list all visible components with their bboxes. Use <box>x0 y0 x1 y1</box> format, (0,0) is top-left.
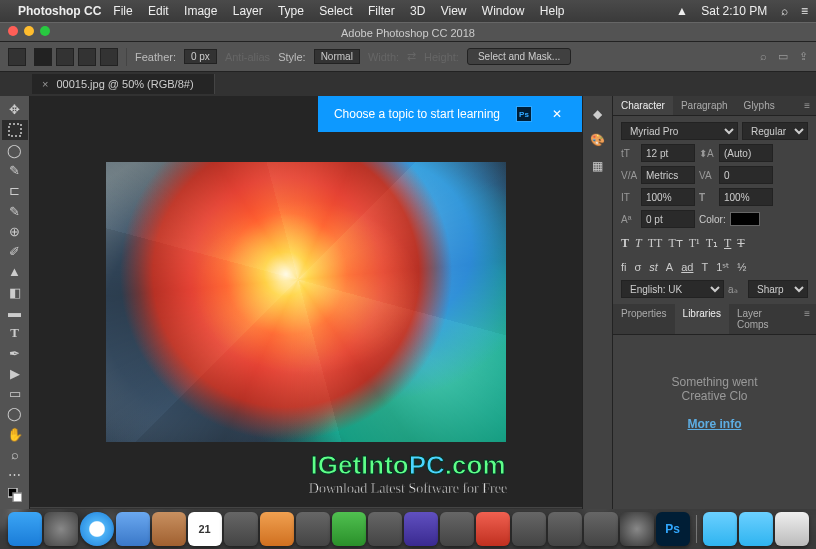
healing-tool[interactable]: ⊕ <box>2 222 28 241</box>
feather-input[interactable]: 0 px <box>184 49 217 64</box>
clock[interactable]: Sat 2:10 PM <box>701 4 767 18</box>
dock-app-icon[interactable] <box>512 512 546 546</box>
tab-paragraph[interactable]: Paragraph <box>673 96 736 115</box>
eraser-tool[interactable]: ◧ <box>2 283 28 302</box>
subscript-button[interactable]: T₁ <box>706 236 718 251</box>
menu-3d[interactable]: 3D <box>410 4 425 18</box>
workspace-icon[interactable]: ▭ <box>778 50 788 62</box>
document-tab[interactable]: × 00015.jpg @ 50% (RGB/8#) <box>32 74 215 94</box>
tab-libraries[interactable]: Libraries <box>675 304 729 334</box>
dock-app-icon[interactable] <box>296 512 330 546</box>
menu-filter[interactable]: Filter <box>368 4 395 18</box>
tab-properties[interactable]: Properties <box>613 304 675 334</box>
close-window-icon[interactable] <box>8 26 18 36</box>
dock-trash-icon[interactable] <box>775 512 809 546</box>
dock-app-icon[interactable] <box>440 512 474 546</box>
swash-button[interactable]: A <box>666 261 673 274</box>
marquee-tool[interactable] <box>2 120 28 139</box>
menu-layer[interactable]: Layer <box>233 4 263 18</box>
smallcaps-button[interactable]: Tᴛ <box>668 236 682 251</box>
dock-calendar-icon[interactable]: 21 <box>188 512 222 546</box>
menu-edit[interactable]: Edit <box>148 4 169 18</box>
zoom-window-icon[interactable] <box>40 26 50 36</box>
rectangle-tool[interactable]: ▭ <box>2 384 28 403</box>
menu-image[interactable]: Image <box>184 4 217 18</box>
color-swatches[interactable] <box>2 485 28 504</box>
allcaps-button[interactable]: TT <box>648 236 663 251</box>
panel-menu-icon[interactable]: ≡ <box>798 96 816 115</box>
ellipse-tool[interactable]: ◯ <box>2 404 28 423</box>
contextual-alt-button[interactable]: σ <box>635 261 642 274</box>
notifications-icon[interactable]: ≡ <box>801 4 808 18</box>
stamp-tool[interactable]: ▲ <box>2 262 28 281</box>
more-info-link[interactable]: More info <box>623 417 806 431</box>
color-panel-icon[interactable]: 🎨 <box>588 130 608 150</box>
ligatures-button[interactable]: fi <box>621 261 627 274</box>
menu-file[interactable]: File <box>113 4 132 18</box>
menu-help[interactable]: Help <box>540 4 565 18</box>
selection-new-icon[interactable] <box>34 48 52 66</box>
ordinals-button[interactable]: 1ˢᵗ <box>716 261 729 274</box>
spotlight-icon[interactable]: ⌕ <box>781 4 788 18</box>
quick-select-tool[interactable]: ✎ <box>2 161 28 180</box>
search-icon[interactable]: ⌕ <box>760 50 767 62</box>
banner-close-icon[interactable]: ✕ <box>548 107 566 121</box>
learn-panel-icon[interactable]: ◆ <box>588 104 608 124</box>
eyedropper-tool[interactable]: ✎ <box>2 201 28 220</box>
fractions-button[interactable]: ½ <box>737 261 746 274</box>
select-and-mask-button[interactable]: Select and Mask... <box>467 48 571 65</box>
selection-add-icon[interactable] <box>56 48 74 66</box>
text-color-swatch[interactable] <box>730 212 760 226</box>
hscale-input[interactable] <box>719 188 773 206</box>
menu-select[interactable]: Select <box>319 4 352 18</box>
antialiasing-select[interactable]: Sharp <box>748 280 808 298</box>
superscript-button[interactable]: T¹ <box>689 236 700 251</box>
stylistic-alt-button[interactable]: ad <box>681 261 693 274</box>
menu-view[interactable]: View <box>441 4 467 18</box>
faux-bold-button[interactable]: T <box>621 236 629 251</box>
dock-preferences-icon[interactable] <box>620 512 654 546</box>
canvas[interactable] <box>30 96 582 507</box>
dock-mail-icon[interactable] <box>116 512 150 546</box>
gradient-tool[interactable]: ▬ <box>2 303 28 322</box>
dock-launchpad-icon[interactable] <box>44 512 78 546</box>
type-tool[interactable]: T <box>2 323 28 342</box>
crop-tool[interactable]: ⊏ <box>2 181 28 200</box>
dock-safari-icon[interactable] <box>80 512 114 546</box>
strikethrough-button[interactable]: T <box>737 236 744 251</box>
dock-contacts-icon[interactable] <box>152 512 186 546</box>
dock-app-icon[interactable] <box>476 512 510 546</box>
panel-menu-icon[interactable]: ≡ <box>798 304 816 334</box>
dock-app-icon[interactable] <box>404 512 438 546</box>
tool-preset-icon[interactable] <box>8 48 26 66</box>
language-select[interactable]: English: UK <box>621 280 724 298</box>
discretionary-button[interactable]: st <box>649 261 658 274</box>
leading-input[interactable] <box>719 144 773 162</box>
dock-app-icon[interactable] <box>260 512 294 546</box>
dock-app-icon[interactable] <box>548 512 582 546</box>
dock-folder-icon[interactable] <box>703 512 737 546</box>
style-select[interactable]: Normal <box>314 49 360 64</box>
tab-glyphs[interactable]: Glyphs <box>736 96 783 115</box>
font-family-select[interactable]: Myriad Pro <box>621 122 738 140</box>
kerning-input[interactable] <box>641 166 695 184</box>
dock-app-icon[interactable] <box>368 512 402 546</box>
app-menu[interactable]: Photoshop CC <box>18 4 101 18</box>
dock-app-icon[interactable] <box>332 512 366 546</box>
brush-tool[interactable]: ✐ <box>2 242 28 261</box>
dock-folder-icon[interactable] <box>739 512 773 546</box>
font-style-select[interactable]: Regular <box>742 122 808 140</box>
close-tab-icon[interactable]: × <box>42 78 48 90</box>
font-size-input[interactable] <box>641 144 695 162</box>
menu-type[interactable]: Type <box>278 4 304 18</box>
edit-toolbar-icon[interactable]: ⋯ <box>2 465 28 484</box>
dock-app-icon[interactable] <box>584 512 618 546</box>
path-select-tool[interactable]: ▶ <box>2 364 28 383</box>
minimize-window-icon[interactable] <box>24 26 34 36</box>
pen-tool[interactable]: ✒ <box>2 343 28 362</box>
dock-app-icon[interactable] <box>224 512 258 546</box>
baseline-input[interactable] <box>641 210 695 228</box>
tab-layer-comps[interactable]: Layer Comps <box>729 304 798 334</box>
vscale-input[interactable] <box>641 188 695 206</box>
move-tool[interactable]: ✥ <box>2 100 28 119</box>
